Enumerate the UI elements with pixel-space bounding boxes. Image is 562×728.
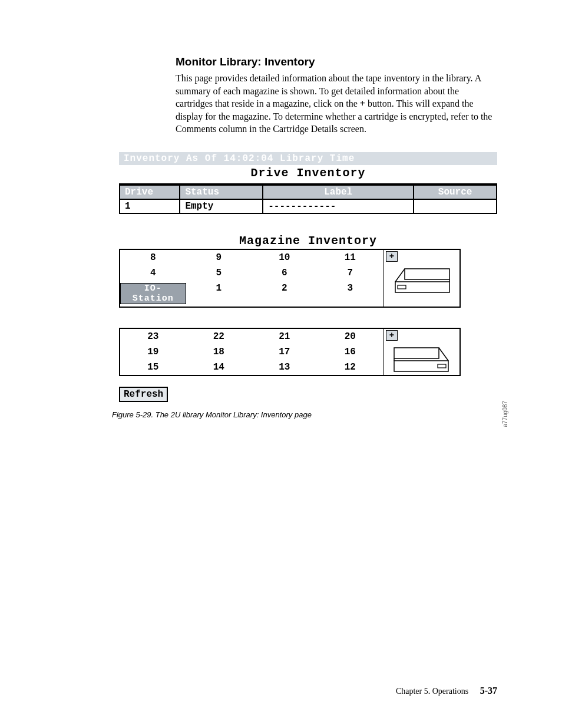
table-header-row: Drive Status Label Source [120,185,497,199]
io-station-badge: IO-Station [120,283,186,304]
slot-cell: 11 [318,250,384,265]
magazine-icon [389,344,454,375]
col-status: Status [180,185,263,199]
slot-cell: 4 [120,265,186,281]
magazine-block-2: 23 22 21 20 19 18 17 16 15 14 13 12 + [119,328,461,376]
refresh-button[interactable]: Refresh [119,387,168,402]
slot-cell: 18 [186,344,252,360]
slot-cell: 10 [252,250,318,265]
figure-caption: Figure 5-29. The 2U library Monitor Libr… [112,410,497,419]
footer-page-number: 5-37 [480,686,497,696]
slot-cell: 9 [186,250,252,265]
expand-button[interactable]: + [386,251,398,262]
slot-cell: 13 [252,360,318,375]
magazine-grid: 23 22 21 20 19 18 17 16 15 14 13 12 [120,329,383,375]
cell-status: Empty [180,199,263,213]
cell-label: ------------ [263,199,414,213]
svg-rect-0 [405,269,449,279]
slot-cell: 6 [252,265,318,281]
slot-cell: 17 [252,344,318,360]
magazine-side-panel: + [383,250,459,307]
svg-rect-7 [438,364,446,368]
svg-rect-2 [398,285,406,289]
slot-cell: 1 [186,281,252,307]
magazine-grid: 8 9 10 11 4 5 6 7 IO-Station 1 2 3 [120,250,383,307]
svg-rect-5 [394,348,439,358]
cell-drive-num: 1 [120,199,180,213]
slot-cell: 15 [120,360,186,375]
slot-cell: 23 [120,329,186,344]
slot-cell: 14 [186,360,252,375]
inventory-timestamp-banner: Inventory As Of 14:02:04 Library Time [119,152,497,165]
page-footer: Chapter 5. Operations 5-37 [396,686,497,696]
drive-inventory-table: Drive Status Label Source 1 Empty ------… [119,185,497,214]
figure-screenshot: Inventory As Of 14:02:04 Library Time Dr… [119,152,497,402]
slot-cell: 22 [186,329,252,344]
figure-reference-code: a77ug087 [501,401,508,427]
io-station-cell: IO-Station [120,281,186,307]
slot-cell: 2 [252,281,318,307]
footer-chapter: Chapter 5. Operations [396,687,468,696]
section-paragraph: This page provides detailed information … [176,72,497,136]
svg-rect-1 [395,282,449,292]
slot-cell: 20 [318,329,384,344]
svg-line-3 [395,269,405,282]
slot-cell: 8 [120,250,186,265]
section-heading: Monitor Library: Inventory [176,55,497,68]
magazine-block-1: 8 9 10 11 4 5 6 7 IO-Station 1 2 3 + [119,249,461,308]
slot-cell: 5 [186,265,252,281]
table-row: 1 Empty ------------ [120,199,497,213]
svg-line-8 [439,348,448,361]
magazine-side-panel: + [383,329,459,375]
col-label: Label [263,185,414,199]
paragraph-plus: + [360,98,365,108]
slot-cell: 21 [252,329,318,344]
drive-inventory-title: Drive Inventory [119,165,497,185]
expand-button[interactable]: + [386,330,398,341]
magazine-inventory-title: Magazine Inventory [119,234,497,249]
slot-cell: 16 [318,344,384,360]
slot-cell: 7 [318,265,384,281]
magazine-icon [389,265,454,296]
svg-rect-6 [394,361,448,371]
col-drive: Drive [120,185,180,199]
slot-cell: 3 [318,281,384,307]
slot-cell: 12 [318,360,384,375]
col-source: Source [414,185,497,199]
cell-source [414,199,497,213]
slot-cell: 19 [120,344,186,360]
